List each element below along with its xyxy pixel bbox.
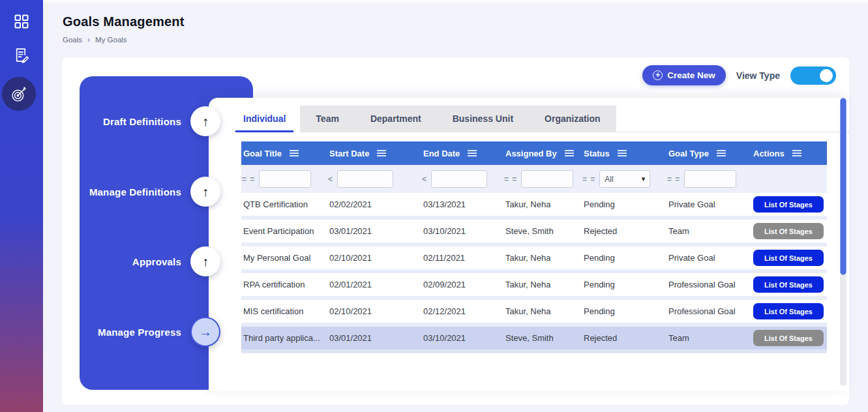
table-row[interactable]: RPA certification 02/01/2021 02/09/2021 …: [241, 273, 827, 300]
up-arrow-icon: ↑: [202, 254, 209, 269]
cell-status: Rejected: [582, 226, 666, 236]
document-edit-icon[interactable]: [0, 46, 43, 64]
column-menu-icon[interactable]: [792, 153, 801, 154]
cell-start-date: 02/10/2021: [327, 253, 421, 263]
cell-assigned-by: Takur, Neha: [503, 253, 582, 263]
right-arrow-button[interactable]: →: [190, 317, 220, 347]
tab-department[interactable]: Department: [355, 106, 437, 132]
menu-item-approvals[interactable]: Approvals ↑: [82, 246, 220, 276]
list-of-stages-button[interactable]: List Of Stages: [753, 276, 824, 293]
column-menu-icon[interactable]: [468, 153, 477, 154]
vertical-scrollbar-track[interactable]: [840, 98, 846, 386]
breadcrumb-parent[interactable]: Goals: [63, 36, 82, 44]
cell-status: Pending: [582, 199, 666, 209]
cell-end-date: 03/10/2021: [421, 333, 503, 343]
app-sidebar: [0, 0, 43, 412]
goal-type-filter-input[interactable]: [684, 170, 736, 188]
cell-status: Pending: [582, 253, 666, 263]
tab-team[interactable]: Team: [300, 106, 355, 132]
menu-item-manage-progress[interactable]: Manage Progress →: [82, 317, 220, 347]
col-end-date: End Date: [423, 149, 460, 158]
menu-item-label: Manage Progress: [82, 327, 181, 338]
up-arrow-button[interactable]: ↑: [190, 106, 220, 136]
table-filter-row: = = < < = = = = All ▾ = =: [241, 165, 827, 193]
status-filter-value: All: [605, 175, 613, 184]
equals-operator-icon[interactable]: = =: [504, 175, 517, 184]
equals-operator-icon[interactable]: = =: [582, 175, 595, 184]
cell-end-date: 02/09/2021: [421, 280, 503, 289]
menu-item-label: Approvals: [82, 256, 181, 267]
cell-start-date: 03/01/2021: [327, 226, 421, 236]
up-arrow-button[interactable]: ↑: [190, 246, 220, 276]
view-type-label: View Type: [736, 70, 780, 81]
goals-content-panel: Individual Team Department Business Unit…: [209, 98, 849, 391]
up-arrow-button[interactable]: ↑: [190, 177, 220, 207]
goals-card: + Create New View Type Draft Definitions…: [62, 57, 849, 405]
create-new-button[interactable]: + Create New: [642, 65, 726, 85]
page-title: Goals Management: [63, 14, 185, 29]
plus-icon: +: [653, 70, 663, 80]
table-row[interactable]: QTB Certification 02/02/2021 03/13/2021 …: [241, 193, 827, 220]
top-strip: [43, 0, 868, 3]
column-menu-icon[interactable]: [377, 153, 386, 154]
tab-filler: [616, 106, 849, 132]
column-menu-icon[interactable]: [290, 153, 299, 154]
cell-goal-title: RPA certification: [241, 280, 327, 289]
vertical-scrollbar-thumb[interactable]: [840, 98, 846, 275]
start-date-filter-input[interactable]: [337, 170, 393, 188]
column-menu-icon[interactable]: [717, 153, 726, 154]
table-row-selected[interactable]: Third party applica... 03/01/2021 03/10/…: [241, 327, 827, 353]
create-new-label: Create New: [667, 70, 715, 80]
cell-assigned-by: Takur, Neha: [503, 306, 582, 316]
equals-operator-icon[interactable]: = =: [242, 175, 255, 184]
cell-goal-title: Third party applica...: [241, 333, 327, 343]
less-than-operator-icon[interactable]: <: [422, 175, 427, 184]
menu-item-label: Draft Definitions: [82, 116, 181, 127]
cell-end-date: 02/12/2021: [421, 306, 503, 316]
cell-goal-type: Private Goal: [666, 199, 751, 209]
column-menu-icon[interactable]: [565, 153, 574, 154]
less-than-operator-icon[interactable]: <: [328, 175, 333, 184]
col-status: Status: [584, 149, 610, 158]
assigned-by-filter-input[interactable]: [521, 170, 573, 188]
cell-goal-type: Professional Goal: [666, 306, 751, 316]
list-of-stages-button[interactable]: List Of Stages: [753, 250, 824, 266]
list-of-stages-button[interactable]: List Of Stages: [753, 223, 824, 239]
table-row[interactable]: My Personal Goal 02/10/2021 02/11/2021 T…: [241, 246, 827, 273]
col-goal-title: Goal Title: [243, 149, 282, 158]
toggle-knob: [820, 69, 833, 82]
col-goal-type: Goal Type: [668, 149, 709, 158]
list-of-stages-button[interactable]: List Of Stages: [753, 303, 824, 319]
table-row[interactable]: Event Participation 03/01/2021 03/10/202…: [241, 220, 827, 246]
chevron-down-icon: ▾: [642, 175, 646, 183]
cell-assigned-by: Takur, Neha: [503, 199, 582, 209]
equals-operator-icon[interactable]: = =: [667, 175, 680, 184]
list-of-stages-button[interactable]: List Of Stages: [753, 196, 824, 213]
table-header-row: Goal Title Start Date End Date Assigned …: [241, 141, 827, 165]
column-menu-icon[interactable]: [618, 153, 627, 154]
right-arrow-icon: →: [199, 325, 212, 340]
goals-target-icon[interactable]: [0, 77, 43, 111]
end-date-filter-input[interactable]: [431, 170, 487, 188]
dashboard-grid-icon[interactable]: [0, 13, 43, 30]
status-filter-select[interactable]: All ▾: [599, 170, 650, 188]
up-arrow-icon: ↑: [202, 114, 209, 129]
cell-goal-title: QTB Certification: [241, 199, 327, 209]
menu-item-draft-definitions[interactable]: Draft Definitions ↑: [82, 106, 220, 136]
menu-item-manage-definitions[interactable]: Manage Definitions ↑: [82, 177, 220, 207]
tab-business-unit[interactable]: Business Unit: [437, 106, 529, 132]
cell-goal-title: Event Participation: [241, 226, 327, 236]
cell-end-date: 02/11/2021: [421, 253, 503, 263]
table-row[interactable]: MIS certification 02/10/2021 02/12/2021 …: [241, 300, 827, 327]
goal-title-filter-input[interactable]: [259, 170, 311, 188]
col-assigned-by: Assigned By: [505, 149, 557, 158]
cell-goal-type: Private Goal: [666, 253, 751, 263]
tab-organization[interactable]: Organization: [529, 106, 616, 132]
list-of-stages-button[interactable]: List Of Stages: [753, 330, 824, 346]
tab-individual[interactable]: Individual: [235, 106, 293, 132]
cell-assigned-by: Steve, Smith: [503, 333, 582, 343]
cell-start-date: 02/02/2021: [327, 199, 421, 209]
menu-item-label: Manage Definitions: [82, 186, 181, 198]
view-type-toggle[interactable]: [790, 66, 836, 85]
cell-goal-type: Team: [666, 226, 751, 236]
